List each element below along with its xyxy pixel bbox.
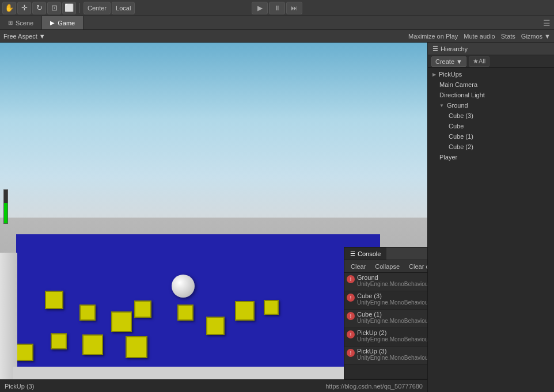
all-label: ★All	[473, 58, 485, 65]
console-tabs: ☰ Console	[344, 248, 427, 260]
console-sub-2: UnityEngine.MonoBehaviour:print(Object)	[357, 299, 427, 306]
console-error-icon-5: !	[347, 349, 355, 357]
aspect-select[interactable]: Free Aspect ▼	[3, 33, 45, 40]
console-tab-icon: ☰	[350, 250, 355, 257]
game-tab-icon: ▶	[50, 20, 55, 26]
hierarchy-item-ground[interactable]: ▼ Ground	[428, 100, 554, 111]
hierarchy-item-player[interactable]: Player	[428, 152, 554, 162]
pickups-label: PickUps	[439, 71, 462, 78]
hierarchy-item-main-camera[interactable]: Main Camera	[428, 79, 554, 90]
move-tool-btn[interactable]: ✛	[17, 2, 31, 14]
watermark-text: https://blog.csdn.net/qq_50777680	[325, 383, 423, 390]
console-collapse-btn[interactable]: Collapse	[371, 261, 404, 272]
tab-scene[interactable]: ⊞ Scene	[0, 16, 42, 29]
rect-tool-btn[interactable]: ⬜	[62, 2, 76, 14]
hierarchy-item-cube2[interactable]: Cube (2)	[428, 142, 554, 152]
local-label: Local	[116, 5, 131, 12]
cube-object-7	[235, 301, 255, 321]
center-btn[interactable]: Center	[84, 2, 111, 14]
console-text-4: PickUp (2) UnityEngine.MonoBehaviour:pri…	[357, 329, 427, 342]
local-btn[interactable]: Local	[112, 2, 135, 14]
center-label: Center	[88, 5, 107, 12]
console-text-3: Cube (1) UnityEngine.MonoBehaviour:print…	[357, 311, 427, 324]
status-bar: PickUp (3) https://blog.csdn.net/qq_5077…	[0, 379, 427, 392]
hand-tool-btn[interactable]: ✋	[2, 2, 16, 14]
pickups-triangle: ▶	[432, 72, 436, 77]
console-sub-3: UnityEngine.MonoBehaviour:print(Object)	[357, 318, 427, 324]
hierarchy-item-cube[interactable]: Cube	[428, 121, 554, 131]
maximize-on-play-btn[interactable]: Maximize on Play	[408, 33, 458, 40]
pause-btn[interactable]: ⏸	[269, 2, 285, 14]
hierarchy-item-pickups[interactable]: ▶ PickUps	[428, 69, 554, 79]
hierarchy-list: ▶ PickUps Main Camera Directional Light …	[428, 68, 554, 392]
aspect-chevron: ▼	[39, 33, 45, 40]
cube-object-9	[51, 333, 67, 349]
tabs-row: ⊞ Scene ▶ Game ☰	[0, 16, 554, 30]
transform-tools: ✋ ✛ ↻ ⊡ ⬜	[2, 2, 76, 14]
gizmos-btn[interactable]: Gizmos ▼	[521, 33, 551, 40]
score-bar	[3, 189, 8, 224]
console-clear-btn[interactable]: Clear	[347, 261, 370, 272]
console-error-icon-2: !	[347, 294, 355, 302]
console-list: ! Ground UnityEngine.MonoBehaviour:print…	[344, 273, 427, 379]
status-left: PickUp (3)	[5, 383, 34, 390]
hierarchy-create-btn[interactable]: Create ▼	[431, 56, 466, 67]
console-entry-1: ! Ground UnityEngine.MonoBehaviour:print…	[344, 273, 427, 291]
hierarchy-toolbar: Create ▼ ★All	[428, 55, 554, 68]
main-camera-label: Main Camera	[439, 81, 477, 88]
create-chevron: ▼	[456, 58, 462, 65]
console-text-2: Cube (3) UnityEngine.MonoBehaviour:print…	[357, 292, 427, 306]
sky-background	[0, 43, 427, 235]
console-entry-4: ! PickUp (2) UnityEngine.MonoBehaviour:p…	[344, 328, 427, 347]
cube-object-8	[264, 300, 279, 315]
play-controls: ▶ ⏸ ⏭	[252, 2, 302, 14]
main-layout: PickUp (3) https://blog.csdn.net/qq_5077…	[0, 43, 554, 392]
console-sub-1: UnityEngine.MonoBehaviour:print(Object)	[357, 281, 427, 287]
console-panel: ☰ Console Clear Collapse Clear on Play E…	[344, 247, 427, 379]
console-entry-5: ! PickUp (3) UnityEngine.MonoBehaviour:p…	[344, 347, 427, 365]
console-main-5: PickUp (3)	[357, 348, 427, 355]
ground-triangle: ▼	[439, 103, 444, 108]
wall-front	[13, 367, 382, 379]
mute-audio-btn[interactable]: Mute audio	[464, 33, 495, 40]
cube-object-11	[126, 336, 147, 358]
rotate-tool-btn[interactable]: ↻	[32, 2, 46, 14]
cube3-label: Cube (3)	[449, 112, 473, 119]
tab-game[interactable]: ▶ Game	[42, 16, 84, 29]
step-btn[interactable]: ⏭	[286, 2, 302, 14]
hierarchy-item-directional-light[interactable]: Directional Light	[428, 90, 554, 100]
score-fill	[4, 203, 7, 223]
stats-btn[interactable]: Stats	[501, 33, 515, 40]
console-main-4: PickUp (2)	[357, 329, 427, 336]
cube-object-10	[82, 334, 103, 355]
console-tab-main[interactable]: ☰ Console	[344, 248, 386, 260]
console-text-5: PickUp (3) UnityEngine.MonoBehaviour:pri…	[357, 348, 427, 361]
game-header-right: Maximize on Play Mute audio Stats Gizmos…	[408, 33, 551, 40]
game-viewport: PickUp (3) https://blog.csdn.net/qq_5077…	[0, 43, 427, 392]
divider-1	[79, 3, 80, 13]
directional-light-label: Directional Light	[439, 92, 485, 98]
hierarchy-panel: ☰ Hierarchy Create ▼ ★All ▶ PickUps Main…	[427, 43, 554, 392]
play-btn[interactable]: ▶	[252, 2, 268, 14]
cube2-label: Cube (2)	[449, 143, 473, 150]
console-entry-3: ! Cube (1) UnityEngine.MonoBehaviour:pri…	[344, 310, 427, 328]
cube-label: Cube	[449, 123, 464, 130]
hierarchy-item-cube3[interactable]: Cube (3)	[428, 111, 554, 121]
hierarchy-item-cube1[interactable]: Cube (1)	[428, 131, 554, 142]
console-error-icon-1: !	[347, 275, 355, 283]
wall-left	[0, 253, 17, 379]
tab-menu-btn[interactable]: ☰	[543, 18, 551, 28]
hierarchy-all-btn[interactable]: ★All	[469, 56, 490, 67]
create-label: Create	[435, 58, 454, 65]
scale-tool-btn[interactable]: ⊡	[47, 2, 61, 14]
player-label: Player	[439, 154, 457, 161]
cube-object-3	[111, 311, 132, 332]
console-sub-5: UnityEngine.MonoBehaviour:print(Object)	[357, 355, 427, 361]
console-main-2: Cube (3)	[357, 292, 427, 299]
hierarchy-icon: ☰	[432, 45, 438, 52]
cube-object-1	[45, 291, 63, 309]
console-main-1: Ground	[357, 274, 427, 281]
gizmos-chevron: ▼	[544, 33, 551, 40]
console-main-3: Cube (1)	[357, 311, 427, 318]
console-clear-on-play-btn[interactable]: Clear on Play	[405, 261, 427, 272]
